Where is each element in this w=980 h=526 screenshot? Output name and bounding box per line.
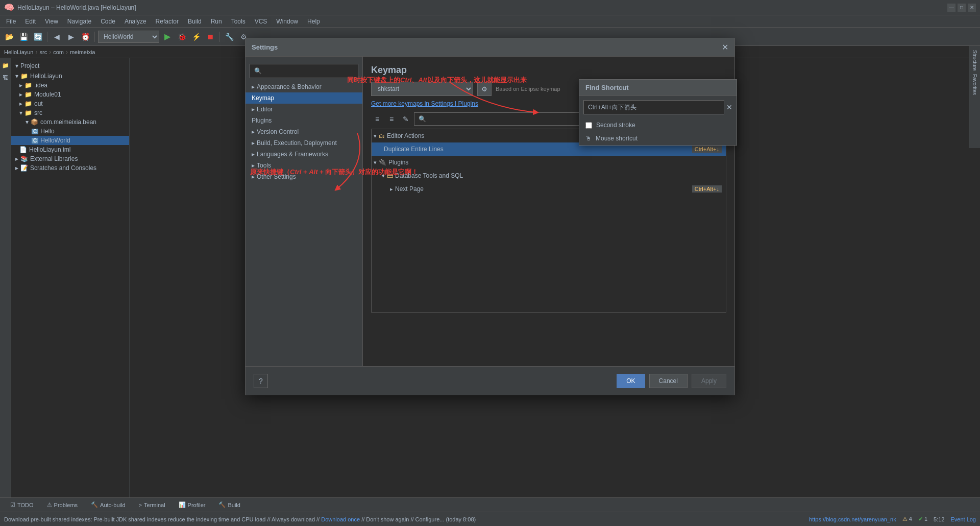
run-button[interactable]: ▶ (161, 31, 174, 43)
keymap-scheme-combo[interactable]: shkstart (371, 82, 473, 96)
breadcrumb-item-3[interactable]: com (53, 49, 64, 55)
collapse-all-button[interactable]: ≡ (385, 113, 398, 125)
back-button[interactable]: ◀ (51, 31, 63, 43)
settings-nav-tools[interactable]: ▸ Tools (246, 160, 362, 171)
close-button[interactable]: ✕ (968, 4, 976, 12)
settings-nav-keymap[interactable]: Keymap (246, 92, 362, 104)
settings-nav-languages[interactable]: ▸ Languages & Frameworks (246, 149, 362, 160)
ok-button[interactable]: OK (617, 374, 645, 388)
folder-arrow: ▸ (19, 82, 22, 89)
tree-item-helloliayun[interactable]: ▾ 📁 HelloLiayun (11, 71, 129, 81)
toolbar-separator-3 (219, 32, 220, 42)
menu-item-analyze[interactable]: Analyze (120, 17, 151, 26)
project-header[interactable]: ▾ Project (11, 60, 129, 71)
title-bar-title: HelloLiayun – HelloWorld.java [HelloLiay… (17, 4, 136, 11)
keymap-row-database-tools[interactable]: ▾ 🗃 Database Tools and SQL (372, 169, 726, 182)
menu-item-build[interactable]: Build (184, 17, 206, 26)
breadcrumb-item-4[interactable]: meimeixia (70, 49, 95, 55)
save-button[interactable]: 💾 (17, 31, 30, 43)
settings-nav-plugins[interactable]: Plugins (246, 115, 362, 126)
find-shortcut-second-stroke-option[interactable]: Second stroke (579, 118, 737, 132)
folder-icon: 📁 (20, 73, 28, 80)
todo-tab[interactable]: ☑ TODO (4, 499, 40, 510)
tree-item-module01[interactable]: ▸ 📁 Module01 (11, 90, 129, 99)
sync-button[interactable]: 🔄 (32, 31, 44, 43)
second-stroke-checkbox[interactable] (585, 122, 592, 129)
problems-tab[interactable]: ⚠ Problems (41, 499, 84, 510)
stop-button[interactable]: ⏹ (204, 31, 216, 43)
maximize-button[interactable]: □ (958, 4, 966, 12)
breadcrumb-item-2[interactable]: src (39, 49, 47, 55)
auto-build-tab[interactable]: 🔨 Auto-build (85, 499, 132, 510)
menu-item-navigate[interactable]: Navigate (63, 17, 95, 26)
tree-item-helloworld[interactable]: C HelloWorld (11, 136, 129, 145)
help-button[interactable]: ? (254, 374, 268, 388)
minimize-button[interactable]: — (947, 4, 955, 12)
keymap-gear-button[interactable]: ⚙ (477, 82, 492, 96)
settings-dialog[interactable]: Settings ✕ ▸ Appearance & Behavior Keyma… (245, 38, 735, 395)
tree-item-idea[interactable]: ▸ 📁 .idea (11, 81, 129, 90)
structure-icon[interactable]: 🏗 (1, 73, 11, 83)
event-log-link[interactable]: Event Log (950, 516, 976, 522)
menu-item-view[interactable]: View (41, 17, 62, 26)
menu-item-window[interactable]: Window (272, 17, 302, 26)
nav-arrow: ▸ (252, 83, 255, 90)
profiler-tab[interactable]: 📊 Profiler (173, 499, 212, 510)
menu-item-run[interactable]: Run (207, 17, 226, 26)
find-shortcut-input[interactable] (583, 100, 724, 114)
forward-button[interactable]: ▶ (65, 31, 77, 43)
settings-nav-build[interactable]: ▸ Build, Execution, Deployment (246, 137, 362, 149)
url-text: https://blog.csdn.net/yarenyuan_nk (809, 516, 896, 522)
warning-count[interactable]: ⚠ 4 (902, 516, 912, 522)
open-folder-button[interactable]: 📂 (3, 31, 15, 43)
apply-button[interactable]: Apply (692, 374, 726, 388)
cancel-button[interactable]: Cancel (649, 374, 688, 388)
keymap-row-plugins[interactable]: ▾ 🔌 Plugins (372, 156, 726, 169)
tree-item-src[interactable]: ▾ 📁 src (11, 108, 129, 117)
edit-shortcut-button[interactable]: ✎ (400, 113, 412, 125)
settings-nav-editor[interactable]: ▸ Editor (246, 104, 362, 115)
download-status-text[interactable]: Download pre-built shared indexes: Pre-b… (4, 516, 476, 522)
tree-item-iml[interactable]: 📄 HelloLiayun.iml (11, 145, 129, 154)
dialog-close-button[interactable]: ✕ (722, 42, 728, 52)
menu-item-code[interactable]: Code (96, 17, 119, 26)
build-tab[interactable]: 🔨 Build (212, 499, 246, 510)
find-shortcut-mouse-option[interactable]: 🖱 Mouse shortcut (579, 132, 737, 145)
debug-button[interactable]: 🐞 (176, 31, 188, 43)
structure-panel-button[interactable]: Structure (970, 48, 980, 73)
check-count[interactable]: ✔ 1 (918, 516, 927, 522)
menu-item-file[interactable]: File (2, 17, 20, 26)
menu-item-refactor[interactable]: Refactor (152, 17, 183, 26)
settings-nav-appearance[interactable]: ▸ Appearance & Behavior (246, 81, 362, 92)
settings-nav-vcs[interactable]: ▸ Version Control (246, 126, 362, 137)
tree-item-external-libs[interactable]: ▸ 📚 External Libraries (11, 154, 129, 163)
nav-label: Editor (257, 106, 273, 113)
menu-item-vcs[interactable]: VCS (251, 17, 272, 26)
find-shortcut-clear-button[interactable]: ✕ (726, 103, 732, 111)
favorites-panel-button[interactable]: Favorites (970, 73, 980, 97)
menu-item-help[interactable]: Help (303, 17, 324, 26)
run-with-coverage-button[interactable]: ⚡ (190, 31, 202, 43)
get-more-keymaps-link[interactable]: Get more keymaps in Settings | Plugins (371, 100, 478, 107)
breadcrumb-item-1[interactable]: HelloLiayun (4, 49, 33, 55)
keymap-row-next-page[interactable]: ▸ Next Page Ctrl+Alt+↓ (372, 182, 726, 196)
download-once-link[interactable]: Download once (321, 516, 360, 522)
title-bar-controls[interactable]: — □ ✕ (947, 4, 976, 12)
sdk-button[interactable]: 🔧 (223, 31, 235, 43)
project-icon[interactable]: 📁 (1, 60, 11, 70)
tree-item-out[interactable]: ▸ 📁 out (11, 99, 129, 108)
menu-item-tools[interactable]: Tools (227, 17, 250, 26)
terminal-tab[interactable]: > Terminal (133, 500, 172, 510)
tree-item-hello[interactable]: C Hello (11, 127, 129, 136)
find-shortcut-popup[interactable]: Find Shortcut ✕ Second stroke 🖱 Mouse sh… (579, 79, 737, 146)
expand-all-button[interactable]: ≡ (371, 113, 383, 125)
tree-item-package[interactable]: ▾ 📦 com.meimeixia.bean (11, 117, 129, 127)
run-config-combo[interactable]: HelloWorld (98, 31, 159, 43)
recent-button[interactable]: ⏰ (79, 31, 91, 43)
second-stroke-label[interactable]: Second stroke (596, 122, 635, 129)
tree-item-scratches[interactable]: ▸ 📝 Scratches and Consoles (11, 163, 129, 173)
settings-nav-other[interactable]: ▸ Other Settings (246, 171, 362, 182)
title-bar-left: 🧠 HelloLiayun – HelloWorld.java [HelloLi… (4, 3, 136, 12)
settings-search-input[interactable] (250, 64, 358, 78)
menu-item-edit[interactable]: Edit (21, 17, 40, 26)
